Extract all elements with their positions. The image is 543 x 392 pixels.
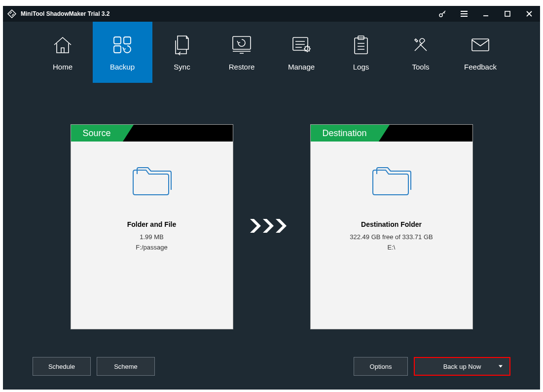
minimize-icon[interactable] [475,6,497,22]
svg-rect-6 [293,37,308,50]
nav-label: Logs [353,63,369,71]
nav-home[interactable]: Home [33,22,93,83]
titlebar: MiniTool ShadowMaker Trial 3.2 [3,6,540,22]
destination-tab: Destination [311,125,379,142]
backup-now-label: Back up Now [443,363,481,370]
maximize-icon[interactable] [497,6,518,22]
source-size: 1.99 MB [140,233,163,241]
source-card[interactable]: Source Folder and File 1.99 MB F:/passag… [71,124,233,329]
nav-sync[interactable]: Sync [152,22,212,83]
destination-card[interactable]: Destination Destination Folder 322.49 GB… [310,124,473,329]
arrows-icon [248,217,295,237]
app-logo-icon [7,9,17,19]
destination-free: 322.49 GB free of 333.71 GB [350,233,433,241]
nav-manage[interactable]: Manage [272,22,331,83]
close-icon[interactable] [518,6,540,22]
restore-icon [231,34,253,56]
schedule-button[interactable]: Schedule [33,357,91,376]
logs-icon [352,34,370,56]
source-tab: Source [71,125,123,142]
nav-label: Restore [229,63,255,71]
nav-backup[interactable]: Backup [93,22,152,83]
source-title: Folder and File [127,220,177,228]
backup-now-button[interactable]: Back up Now [414,357,510,376]
nav-label: Tools [412,63,429,71]
home-icon [51,34,74,56]
nav-tools[interactable]: Tools [391,22,451,83]
app-window: MiniTool ShadowMaker Trial 3.2 [3,6,540,390]
key-icon[interactable] [432,6,453,22]
bottom-toolbar: Schedule Scheme Options Back up Now [33,357,510,380]
nav-feedback[interactable]: Feedback [451,22,510,83]
tools-icon [411,34,431,56]
backup-icon [112,34,133,56]
svg-rect-5 [233,36,251,49]
svg-rect-4 [114,46,121,53]
destination-title: Destination Folder [361,220,422,228]
app-title: MiniTool ShadowMaker Trial 3.2 [21,10,109,17]
svg-rect-8 [355,38,367,54]
nav-label: Manage [288,63,315,71]
nav-label: Sync [174,63,190,71]
svg-rect-10 [472,39,489,51]
feedback-icon [470,34,491,56]
content-area: Source Folder and File 1.99 MB F:/passag… [3,95,540,390]
nav-label: Feedback [464,63,497,71]
manage-icon [291,34,312,56]
folder-icon [370,165,413,200]
scheme-button[interactable]: Scheme [97,357,155,376]
nav-restore[interactable]: Restore [212,22,272,83]
nav-logs[interactable]: Logs [331,22,391,83]
nav-label: Backup [110,63,135,71]
svg-rect-2 [114,37,121,44]
svg-rect-3 [124,37,131,44]
folder-icon [130,165,174,200]
navbar: Home Backup Sync Restore Manage [3,22,540,95]
svg-rect-1 [505,11,510,16]
source-path: F:/passage [136,244,167,251]
destination-path: E:\ [388,244,396,251]
options-button[interactable]: Options [354,357,408,376]
sync-icon [174,34,190,56]
menu-icon[interactable] [453,6,475,22]
chevron-down-icon [499,365,503,368]
nav-label: Home [53,63,72,71]
